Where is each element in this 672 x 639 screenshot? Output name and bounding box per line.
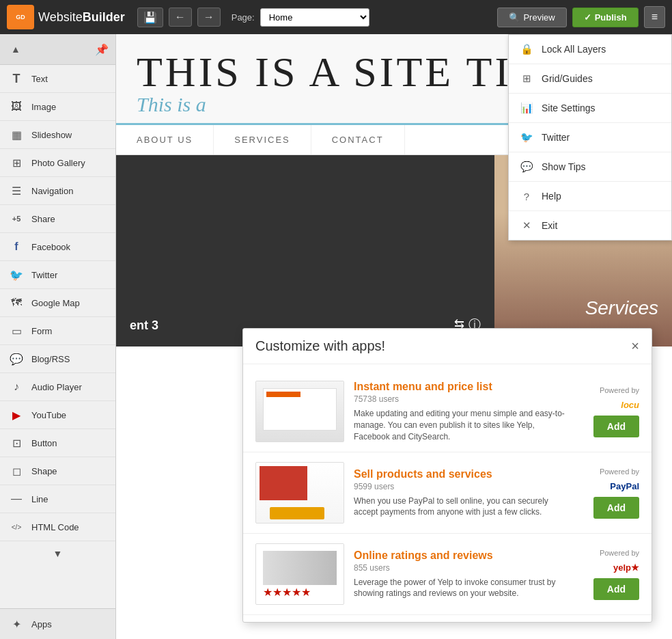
shape-icon: ◻ [8,463,25,479]
dropdown-label-lock-all-layers: Lock All Layers [542,44,606,55]
sidebar-item-html-code[interactable]: </> HTML Code [0,513,115,541]
image-icon: 🖼 [8,98,25,115]
content-label: ent 3 [130,318,158,333]
app-desc-instant-menu: Make updating and editing your menu simp… [354,408,568,442]
sidebar-item-apps[interactable]: ✦ Apps [0,609,115,639]
sidebar-label-audio-player: Audio Player [31,382,82,392]
topbar: GD WebsiteBuilder 💾 ← → Page: Home About… [0,0,672,34]
powered-by-instant-menu: Powered by [600,386,639,394]
sidebar-label-shape: Shape [31,466,57,476]
sidebar-item-google-map[interactable]: 🗺 Google Map [0,289,115,317]
app-right-instant-menu: Powered by locu Add [578,386,639,437]
add-button-online-ratings[interactable]: Add [593,578,639,600]
dropdown-item-lock-all-layers[interactable]: 🔒 Lock All Layers [509,35,671,64]
paypal-logo: PayPal [610,481,639,491]
sidebar-down-arrow-container: ▼ [0,541,115,566]
sidebar-item-photo-gallery[interactable]: ⊞ Photo Gallery [0,149,115,177]
blog-rss-icon: 💬 [8,351,25,367]
modal-body: Instant menu and price list 75738 users … [243,364,652,622]
back-button[interactable]: ← [169,8,192,27]
pin-icon[interactable]: 📌 [95,43,109,56]
sidebar-label-slideshow: Slideshow [31,130,72,140]
check-icon: ✓ [584,12,591,23]
sidebar-item-audio-player[interactable]: ♪ Audio Player [0,373,115,401]
dropdown-item-twitter[interactable]: 🐦 Twitter [509,123,671,152]
hamburger-menu-button[interactable]: ≡ [644,6,665,28]
page-select[interactable]: Home About Us Services Contact [260,8,369,27]
dropdown-item-help[interactable]: ? Help [509,182,671,211]
yelp-logo: yelp★ [613,562,639,573]
help-icon: ? [520,189,533,203]
sidebar-bottom: ✦ Apps [0,608,115,639]
app-thumb-sell-products [255,462,344,524]
sidebar-item-line[interactable]: — Line [0,485,115,513]
sidebar-item-text[interactable]: T Text [0,65,115,93]
sidebar-label-share: Share [31,214,55,224]
sidebar-item-blog-rss[interactable]: 💬 Blog/RSS [0,345,115,373]
sidebar-item-image[interactable]: 🖼 Image [0,93,115,121]
sidebar-item-navigation[interactable]: ☰ Navigation [0,177,115,205]
app-desc-online-ratings: Leverage the power of Yelp to invoke con… [354,577,568,600]
sidebar-item-youtube[interactable]: ▶ YouTube [0,401,115,429]
services-banner: Services [585,297,658,319]
app-users-sell-products: 9599 users [354,482,568,491]
dropdown-menu: 🔒 Lock All Layers ⊞ Grid/Guides 📊 Site S… [508,34,672,241]
page-label: Page: [232,12,255,23]
sidebar-label-twitter: Twitter [31,270,57,280]
sidebar-label-photo-gallery: Photo Gallery [31,158,85,168]
sidebar-down-arrow[interactable]: ▼ [49,544,67,563]
sidebar-label-form: Form [31,326,52,336]
nav-item-contact[interactable]: CONTACT [311,125,405,154]
sidebar-label-google-map: Google Map [31,298,80,308]
exit-icon: ✕ [520,219,533,232]
photo-gallery-icon: ⊞ [8,154,25,171]
audio-player-icon: ♪ [8,379,25,395]
app-item-sell-products: Sell products and services 9599 users Wh… [243,452,652,534]
apps-modal: Customize with apps! × Instant menu and … [242,328,652,623]
app-info-instant-menu: Instant menu and price list 75738 users … [354,381,568,442]
sidebar-item-facebook[interactable]: f Facebook [0,233,115,261]
sidebar-label-button: Button [31,438,57,448]
form-icon: ▭ [8,323,25,339]
sidebar-item-shape[interactable]: ◻ Shape [0,457,115,485]
sidebar-item-form[interactable]: ▭ Form [0,317,115,345]
forward-button[interactable]: → [197,8,221,27]
apps-icon: ✦ [8,616,25,632]
add-button-instant-menu[interactable]: Add [593,416,639,437]
twitter-sidebar-icon: 🐦 [8,267,25,283]
button-icon: ⊡ [8,435,25,451]
share-icon: +5 [8,210,25,227]
tips-icon: 💬 [520,160,533,174]
dropdown-item-show-tips[interactable]: 💬 Show Tips [509,152,671,182]
sidebar-label-line: Line [31,494,48,504]
locu-logo: locu [621,400,639,410]
sidebar-item-slideshow[interactable]: ▦ Slideshow [0,121,115,149]
sidebar-item-button[interactable]: ⊡ Button [0,429,115,457]
godaddy-logo-icon: GD [7,5,34,29]
app-right-sell-products: Powered by PayPal Add [578,467,639,519]
lock-icon: 🔒 [520,42,533,56]
nav-item-services[interactable]: SERVICES [214,125,311,154]
sidebar-label-html-code: HTML Code [31,522,79,532]
logo-area: GD WebsiteBuilder [7,5,125,29]
nav-item-about[interactable]: ABOUT US [116,125,214,154]
grid-icon: ⊞ [520,72,533,85]
preview-button[interactable]: 🔍 Preview [497,8,566,27]
app-thumb-instant-menu [255,381,344,442]
powered-by-online-ratings: Powered by [600,549,639,557]
add-button-sell-products[interactable]: Add [593,497,639,519]
save-button[interactable]: 💾 [137,8,163,27]
sidebar-label-facebook: Facebook [31,242,70,252]
dropdown-item-site-settings[interactable]: 📊 Site Settings [509,94,671,123]
sidebar-label-text: Text [31,74,48,84]
sidebar-item-twitter[interactable]: 🐦 Twitter [0,261,115,289]
dropdown-item-exit[interactable]: ✕ Exit [509,211,671,240]
app-item-online-ratings: Online ratings and reviews 855 users Lev… [243,534,652,615]
app-right-online-ratings: Powered by yelp★ Add [578,549,639,600]
sidebar-item-share[interactable]: +5 Share [0,205,115,233]
sidebar-up-arrow[interactable]: ▲ [7,40,25,59]
modal-close-button[interactable]: × [631,338,639,354]
publish-button[interactable]: ✓ Publish [572,8,639,27]
dropdown-item-grid-guides[interactable]: ⊞ Grid/Guides [509,64,671,94]
twitter-icon: 🐦 [520,131,533,144]
